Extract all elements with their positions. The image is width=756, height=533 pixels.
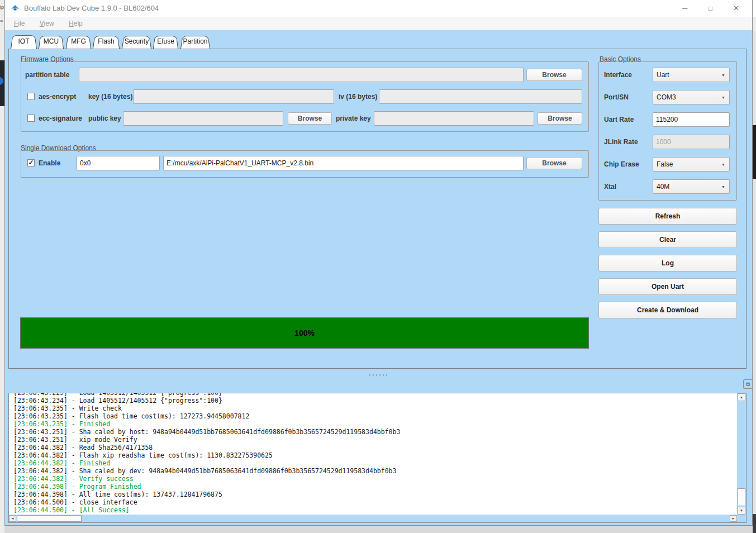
log-line: [23:06:44.382] - Sha caled by dev: 948a9… xyxy=(13,467,737,475)
screen: ip = Bouffalo Lab Dev Cube 1.9.0 - BL602… xyxy=(0,0,756,533)
log-lines: [23:06:43.229] - Load 1405512/1405512 {"… xyxy=(13,393,737,514)
log-line: [23:06:44.382] - Finished xyxy=(13,459,737,467)
scroll-up-icon[interactable]: ▲ xyxy=(738,393,745,401)
tab-mcu[interactable]: MCU xyxy=(39,34,64,49)
background-fragment-right xyxy=(753,0,756,533)
vertical-scrollbar[interactable]: ▲ ▼ xyxy=(737,393,746,515)
titlebar: Bouffalo Lab Dev Cube 1.9.0 - BL602/604 … xyxy=(5,0,752,17)
app-logo-icon xyxy=(11,4,20,13)
log-line: [23:06:44.382] - Read Sha256/4171358 xyxy=(13,444,737,451)
tab-efuse[interactable]: Efuse xyxy=(153,34,178,49)
menu-view[interactable]: View xyxy=(36,17,58,30)
app-window: Bouffalo Lab Dev Cube 1.9.0 - BL602/604 … xyxy=(4,0,753,526)
horizontal-scrollbar-thumb[interactable] xyxy=(17,515,82,522)
menubar: File View Help xyxy=(5,17,752,30)
tab-iot[interactable]: IOT xyxy=(11,33,37,49)
log-line: [23:06:44.500] - close interface xyxy=(13,498,737,506)
scroll-left-icon[interactable]: ◄ xyxy=(9,515,16,522)
log-line: [23:06:44.382] - Verify success xyxy=(13,475,737,483)
float-log-icon[interactable]: ⧉ xyxy=(743,379,753,389)
log-line: [23:06:44.500] - [All Success] xyxy=(13,506,737,514)
tab-content-pane xyxy=(8,49,747,369)
log-line: [23:06:44.398] - Program Finished xyxy=(13,483,737,491)
menu-file[interactable]: File xyxy=(11,17,28,30)
scroll-right-icon[interactable]: ► xyxy=(730,515,737,522)
log-line: [23:06:43.235] - Finished xyxy=(13,420,737,428)
minimize-icon[interactable]: ─ xyxy=(672,0,697,17)
close-icon[interactable]: ✕ xyxy=(724,0,749,17)
vertical-scrollbar-thumb[interactable] xyxy=(738,488,745,506)
log-line: [23:06:43.235] - Write check xyxy=(13,404,737,412)
log-line: [23:06:43.234] - Load 1405512/1405512 {"… xyxy=(13,397,737,404)
splitter-handle[interactable] xyxy=(369,374,388,376)
horizontal-scrollbar[interactable]: ◄ ► xyxy=(9,515,737,522)
log-line: [23:06:43.235] - Flash load time cost(ms… xyxy=(13,412,737,420)
tab-security[interactable]: Security xyxy=(122,34,151,49)
log-line: [23:06:44.382] - Flash xip readsha time … xyxy=(13,451,737,459)
tab-flash[interactable]: Flash xyxy=(93,34,120,49)
log-line: [23:06:43.251] - Sha caled by host: 948a… xyxy=(13,428,737,436)
log-dock: [23:06:43.229] - Load 1405512/1405512 {"… xyxy=(8,393,747,523)
log-line: [23:06:44.398] - All time cost(ms): 1374… xyxy=(13,491,737,498)
log-line: [23:06:43.251] - xip mode Verify xyxy=(13,436,737,444)
background-fragment-left: ip = xyxy=(0,0,4,533)
scroll-down-icon[interactable]: ▼ xyxy=(738,507,745,515)
menu-help[interactable]: Help xyxy=(65,17,86,30)
tab-partition[interactable]: Partition xyxy=(180,34,210,49)
log-console[interactable]: [23:06:43.229] - Load 1405512/1405512 {"… xyxy=(9,393,737,515)
maximize-icon[interactable]: □ xyxy=(698,0,723,17)
background-blue-dot xyxy=(0,77,3,85)
tab-mfg[interactable]: MFG xyxy=(66,34,91,49)
window-title: Bouffalo Lab Dev Cube 1.9.0 - BL602/604 xyxy=(24,0,159,17)
